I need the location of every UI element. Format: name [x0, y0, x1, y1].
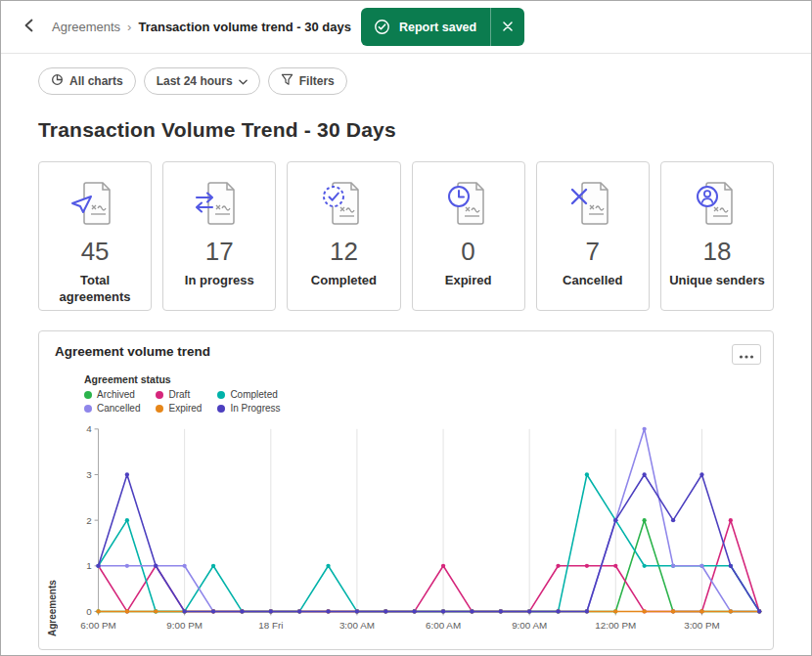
stat-value: 17 — [205, 237, 234, 267]
back-arrow-icon — [22, 18, 37, 36]
agreement-volume-trend-card: Agreement volume trend Agreement status … — [38, 330, 774, 650]
legend-item[interactable]: Draft — [156, 389, 202, 400]
stat-label: Cancelled — [563, 273, 622, 289]
top-bar: Agreements › Transaction volume trend - … — [1, 1, 811, 54]
legend-items: ArchivedDraftCompletedCancelledExpiredIn… — [84, 389, 773, 414]
chart-area: Agreements 6:00 PM9:00 PM18 Fri3:00 AM6:… — [39, 414, 773, 636]
breadcrumb-current: Transaction volume trend - 30 days — [138, 20, 350, 34]
stat-label: Total agreements — [45, 273, 145, 306]
clock-document-icon — [442, 177, 495, 234]
legend-swatch — [217, 391, 225, 399]
svg-text:2: 2 — [86, 515, 91, 526]
y-axis-label: Agreements — [47, 419, 73, 636]
success-check-icon — [374, 19, 390, 35]
sender-document-icon — [691, 177, 744, 234]
send-document-icon — [68, 177, 121, 234]
svg-text:6:00 AM: 6:00 AM — [426, 620, 461, 631]
stat-cards-row: 45 Total agreements 17 In progress — [38, 161, 774, 311]
cancel-document-icon — [566, 177, 619, 234]
trend-line-chart: 6:00 PM9:00 PM18 Fri3:00 AM6:00 AM9:00 A… — [73, 419, 769, 636]
stat-card-completed: 12 Completed — [287, 161, 400, 311]
charts-icon — [51, 73, 64, 89]
ellipsis-icon — [739, 347, 754, 362]
stat-label: Expired — [445, 273, 492, 289]
svg-text:6:00 PM: 6:00 PM — [80, 620, 116, 631]
svg-text:0: 0 — [86, 606, 92, 617]
legend-label: Expired — [168, 403, 202, 414]
breadcrumb-agreements[interactable]: Agreements — [52, 20, 120, 34]
stat-card-in-progress: 17 In progress — [162, 161, 276, 311]
time-range-dropdown[interactable]: Last 24 hours — [144, 67, 260, 95]
legend-label: Draft — [168, 389, 190, 400]
svg-text:12:00 PM: 12:00 PM — [595, 620, 636, 631]
transfer-document-icon — [193, 177, 246, 234]
svg-text:9:00 PM: 9:00 PM — [166, 620, 203, 631]
time-range-label: Last 24 hours — [157, 74, 233, 88]
svg-text:3: 3 — [86, 469, 92, 480]
stat-label: Completed — [311, 273, 377, 289]
chevron-down-icon — [239, 74, 248, 88]
legend-item[interactable]: Archived — [84, 389, 140, 400]
stat-card-expired: 0 Expired — [412, 161, 525, 311]
legend-label: Cancelled — [97, 403, 140, 414]
legend-swatch — [156, 391, 163, 399]
legend-item[interactable]: Expired — [156, 403, 202, 414]
toast-close-button[interactable] — [491, 8, 524, 46]
stat-card-total-agreements: 45 Total agreements — [38, 161, 152, 311]
toast-label: Report saved — [399, 21, 490, 34]
all-charts-button[interactable]: All charts — [38, 67, 136, 95]
stat-value: 0 — [461, 237, 474, 267]
chart-title: Agreement volume trend — [55, 344, 210, 359]
all-charts-label: All charts — [69, 74, 123, 88]
report-saved-toast: Report saved — [361, 8, 524, 46]
filters-button[interactable]: Filters — [268, 67, 347, 95]
svg-text:18 Fri: 18 Fri — [258, 620, 283, 631]
legend-title: Agreement status — [84, 373, 773, 385]
legend-label: In Progress — [230, 403, 280, 414]
stat-card-unique-senders: 18 Unique senders — [660, 161, 774, 311]
breadcrumb: Agreements › Transaction volume trend - … — [52, 20, 351, 34]
stat-value: 45 — [81, 237, 110, 267]
filters-label: Filters — [299, 74, 335, 88]
legend-swatch — [84, 391, 92, 399]
svg-text:4: 4 — [86, 423, 92, 434]
legend-item[interactable]: Completed — [217, 389, 280, 400]
page-title: Transaction Volume Trend - 30 Days — [38, 118, 811, 142]
stat-value: 7 — [586, 237, 600, 267]
svg-text:3:00 PM: 3:00 PM — [684, 620, 720, 631]
breadcrumb-separator: › — [127, 20, 131, 34]
stat-card-cancelled: 7 Cancelled — [536, 161, 650, 311]
legend-label: Archived — [97, 389, 135, 400]
stat-value: 18 — [702, 237, 731, 267]
back-button[interactable] — [15, 13, 44, 42]
stat-label: Unique senders — [669, 273, 765, 289]
stat-label: In progress — [185, 273, 254, 289]
legend-swatch — [156, 405, 163, 413]
svg-text:1: 1 — [86, 560, 91, 571]
svg-text:3:00 AM: 3:00 AM — [339, 620, 375, 631]
more-options-button[interactable] — [732, 344, 761, 365]
filters-toolbar: All charts Last 24 hours Filters — [38, 67, 811, 95]
legend-swatch — [217, 405, 225, 413]
svg-text:9:00 AM: 9:00 AM — [512, 620, 547, 631]
legend-item[interactable]: Cancelled — [84, 403, 140, 414]
chart-legend: Agreement status ArchivedDraftCompletedC… — [84, 373, 773, 414]
filter-funnel-icon — [281, 73, 293, 89]
legend-label: Completed — [230, 389, 277, 400]
stat-value: 12 — [330, 237, 358, 267]
close-icon — [503, 20, 513, 34]
legend-swatch — [84, 405, 92, 413]
legend-item[interactable]: In Progress — [217, 403, 280, 414]
report-window: Agreements › Transaction volume trend - … — [0, 0, 812, 656]
check-document-icon — [317, 177, 370, 234]
